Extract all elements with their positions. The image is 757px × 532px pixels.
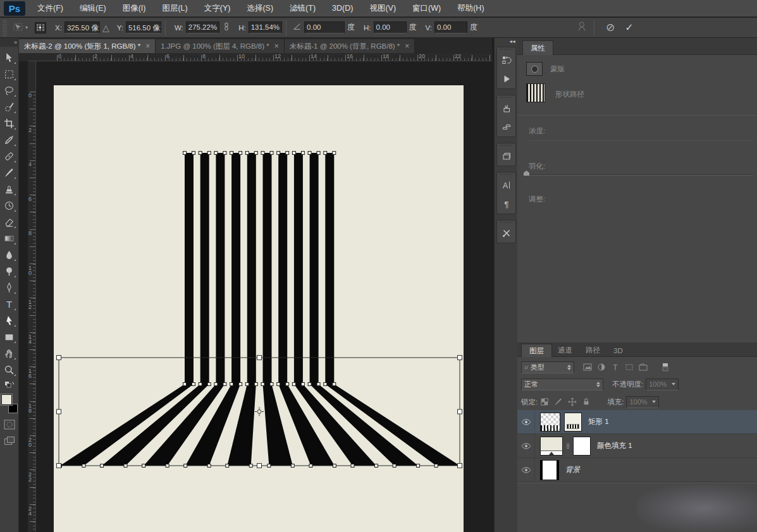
history-brush-tool[interactable]	[2, 198, 17, 213]
layer-row-rectangle-1[interactable]: 矩形 1	[517, 410, 757, 434]
background-color-swatch[interactable]	[8, 404, 18, 413]
height-scale-field[interactable]: 131.54%	[249, 21, 282, 33]
shape-tool[interactable]	[2, 329, 17, 344]
reference-point-locator[interactable]	[35, 22, 46, 33]
close-tab-icon[interactable]: ×	[145, 42, 150, 51]
tab-properties[interactable]: 属性	[522, 40, 553, 55]
mask-link-icon[interactable]	[565, 441, 571, 451]
lasso-tool[interactable]	[2, 83, 17, 98]
menu-item-4[interactable]: 文字(Y)	[196, 0, 239, 17]
transform-tool-preset[interactable]: ▾	[9, 20, 31, 35]
vector-mask-thumbnail[interactable]	[564, 413, 582, 432]
tab-layers[interactable]: 图层	[521, 344, 552, 357]
opacity-field[interactable]: 100%	[646, 378, 679, 390]
brush-presets-panel-button[interactable]	[497, 99, 515, 118]
toolbar-collapse-button[interactable]: »	[0, 38, 19, 47]
layer-row-background[interactable]: 背景	[517, 458, 757, 482]
layer-thumbnail[interactable]	[540, 460, 559, 480]
zoom-tool[interactable]	[2, 362, 17, 377]
y-position-field[interactable]: 516.50 像素	[126, 21, 161, 33]
filter-adjustment-layers-icon[interactable]	[595, 361, 608, 373]
layer-name[interactable]: 颜色填充 1	[597, 441, 632, 450]
filter-toggle-icon[interactable]	[659, 361, 672, 373]
cancel-transform-button[interactable]: ⊘	[606, 21, 615, 34]
foreground-color-swatch[interactable]	[1, 394, 12, 405]
fill-layer-thumbnail[interactable]	[540, 437, 563, 456]
document-tab-2[interactable]: 未标题-1 @ 200% (背景, RGB/8) *×	[285, 39, 415, 53]
layer-mask-thumbnail[interactable]	[573, 437, 591, 456]
clone-source-panel-button[interactable]	[497, 118, 515, 136]
menu-item-0[interactable]: 文件(F)	[29, 0, 71, 17]
density-slider[interactable]	[529, 139, 753, 140]
v-skew-field[interactable]: 0.00	[434, 21, 467, 33]
layer-filter-select[interactable]: ⌕ 类型	[521, 361, 574, 373]
blend-mode-select[interactable]: 正常	[521, 378, 603, 390]
character-panel-button[interactable]: A	[497, 176, 515, 195]
menu-item-3[interactable]: 图层(L)	[154, 0, 195, 17]
document-tab-0[interactable]: 未标题-2 @ 100% (矩形 1, RGB/8) *×	[19, 39, 156, 53]
visibility-toggle[interactable]	[517, 434, 535, 458]
vertical-ruler[interactable]: 024681 01 21 41 61 82 02 22 4	[28, 61, 36, 532]
filter-type-layers-icon[interactable]: T	[609, 361, 622, 373]
eraser-tool[interactable]	[2, 214, 17, 229]
feather-slider[interactable]	[524, 174, 753, 176]
layer-row-color-fill-1[interactable]: 颜色填充 1	[517, 434, 757, 458]
x-position-field[interactable]: 325.50 像素	[65, 21, 100, 33]
canvas[interactable]	[54, 85, 464, 532]
actions-panel-button[interactable]	[497, 70, 515, 88]
tab-channels[interactable]: 通道	[550, 344, 580, 357]
brush-tool[interactable]	[2, 165, 17, 180]
blur-tool[interactable]	[2, 247, 17, 262]
layer-name[interactable]: 背景	[565, 465, 580, 475]
ruler-corner[interactable]	[19, 53, 28, 61]
h-skew-field[interactable]: 0.00	[374, 21, 407, 33]
eyedropper-tool[interactable]	[2, 132, 17, 147]
menu-item-6[interactable]: 滤镜(T)	[281, 0, 324, 17]
layer-name[interactable]: 矩形 1	[588, 417, 609, 426]
crop-tool[interactable]	[2, 116, 17, 131]
path-select-tool[interactable]	[2, 313, 17, 328]
menu-item-9[interactable]: 窗口(W)	[404, 0, 449, 17]
menu-item-2[interactable]: 图像(I)	[114, 0, 154, 17]
layer-thumbnail[interactable]	[540, 413, 560, 432]
relative-position-icon[interactable]: △	[102, 23, 109, 33]
swap-colors-icon[interactable]	[2, 379, 17, 390]
paragraph-panel-button[interactable]: ¶	[497, 195, 515, 214]
quick-select-tool[interactable]	[2, 99, 17, 114]
menu-item-5[interactable]: 选择(S)	[238, 0, 281, 17]
visibility-toggle[interactable]	[517, 458, 535, 482]
dodge-tool[interactable]	[2, 263, 17, 279]
history-panel-button[interactable]	[497, 51, 515, 70]
type-tool[interactable]: T	[2, 296, 17, 311]
tab-paths[interactable]: 路径	[578, 344, 608, 357]
pen-tool[interactable]	[2, 280, 17, 295]
collapse-dock-button[interactable]: ◄◄	[508, 39, 515, 44]
horizontal-ruler[interactable]: 0246810121416182022	[28, 53, 492, 61]
hand-tool[interactable]	[2, 346, 17, 361]
options-bar-grip[interactable]	[3, 20, 7, 36]
clone-stamp-tool[interactable]	[2, 181, 17, 196]
close-tab-icon[interactable]: ×	[405, 42, 409, 51]
color-swatches[interactable]	[1, 394, 18, 413]
layer-comps-panel-button[interactable]	[497, 147, 515, 166]
tab-3d[interactable]: 3D	[606, 344, 631, 357]
healing-tool[interactable]	[2, 148, 17, 164]
visibility-toggle[interactable]	[517, 410, 535, 434]
width-scale-field[interactable]: 275.22%	[186, 21, 219, 33]
quick-mask-button[interactable]	[2, 417, 17, 432]
menu-item-8[interactable]: 视图(V)	[361, 0, 404, 17]
close-tab-icon[interactable]: ×	[274, 42, 279, 51]
lock-position-icon[interactable]	[566, 396, 579, 408]
filter-pixel-layers-icon[interactable]	[581, 361, 594, 373]
commit-transform-button[interactable]: ✓	[625, 21, 633, 33]
filter-shape-layers-icon[interactable]	[623, 361, 636, 373]
marquee-tool[interactable]	[2, 66, 17, 82]
screen-mode-button[interactable]	[2, 433, 17, 449]
document-tab-1[interactable]: 1.JPG @ 100% (图层 4, RGB/8) *×	[156, 39, 284, 53]
lock-pixels-icon[interactable]	[552, 396, 565, 408]
gradient-tool[interactable]	[2, 231, 17, 246]
fill-field[interactable]: 100%	[626, 396, 659, 408]
shape-path-thumbnail[interactable]	[526, 83, 545, 102]
menu-item-7[interactable]: 3D(D)	[324, 0, 361, 17]
link-dimensions-icon[interactable]	[222, 22, 231, 33]
